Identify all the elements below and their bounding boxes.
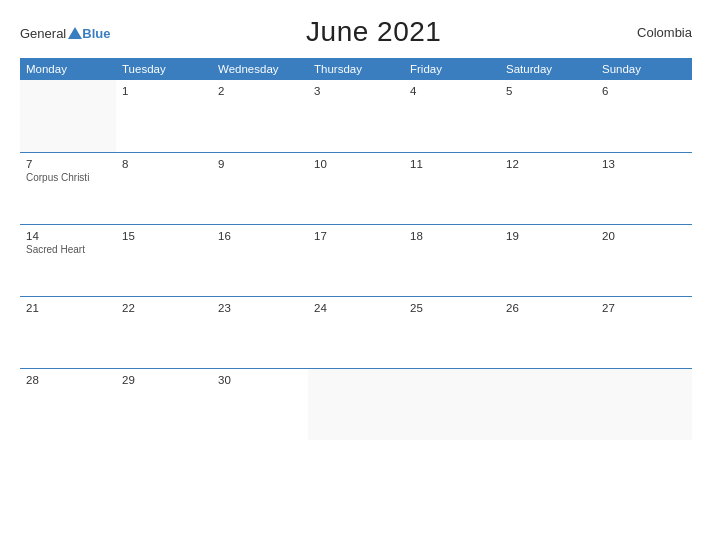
day-number: 3 bbox=[314, 85, 398, 97]
calendar-cell: 12 bbox=[500, 152, 596, 224]
calendar-cell: 4 bbox=[404, 80, 500, 152]
calendar-cell: 15 bbox=[116, 224, 212, 296]
calendar-cell: 27 bbox=[596, 296, 692, 368]
header-sunday: Sunday bbox=[596, 58, 692, 80]
day-number: 27 bbox=[602, 302, 686, 314]
day-number: 2 bbox=[218, 85, 302, 97]
page: General Blue June 2021 Colombia Monday T… bbox=[0, 0, 712, 550]
day-number: 15 bbox=[122, 230, 206, 242]
calendar-cell: 24 bbox=[308, 296, 404, 368]
calendar-cell: 28 bbox=[20, 368, 116, 440]
calendar-cell bbox=[500, 368, 596, 440]
calendar-cell: 10 bbox=[308, 152, 404, 224]
calendar-cell: 11 bbox=[404, 152, 500, 224]
day-number: 17 bbox=[314, 230, 398, 242]
day-number: 19 bbox=[506, 230, 590, 242]
calendar-cell bbox=[404, 368, 500, 440]
day-number: 6 bbox=[602, 85, 686, 97]
day-number: 14 bbox=[26, 230, 110, 242]
day-number: 5 bbox=[506, 85, 590, 97]
day-number: 13 bbox=[602, 158, 686, 170]
calendar-cell bbox=[308, 368, 404, 440]
day-number: 22 bbox=[122, 302, 206, 314]
day-number: 25 bbox=[410, 302, 494, 314]
calendar-cell: 25 bbox=[404, 296, 500, 368]
calendar-week-row: 21222324252627 bbox=[20, 296, 692, 368]
day-number: 9 bbox=[218, 158, 302, 170]
day-number: 1 bbox=[122, 85, 206, 97]
calendar-week-row: 14Sacred Heart151617181920 bbox=[20, 224, 692, 296]
calendar-title: June 2021 bbox=[306, 16, 441, 48]
calendar-cell: 26 bbox=[500, 296, 596, 368]
calendar-cell: 3 bbox=[308, 80, 404, 152]
calendar-cell: 2 bbox=[212, 80, 308, 152]
calendar-cell: 6 bbox=[596, 80, 692, 152]
day-number: 29 bbox=[122, 374, 206, 386]
header: General Blue June 2021 Colombia bbox=[20, 16, 692, 48]
day-number: 4 bbox=[410, 85, 494, 97]
calendar-week-row: 282930 bbox=[20, 368, 692, 440]
calendar-cell: 8 bbox=[116, 152, 212, 224]
calendar-cell: 20 bbox=[596, 224, 692, 296]
calendar-cell: 5 bbox=[500, 80, 596, 152]
logo: General Blue bbox=[20, 24, 110, 40]
calendar-cell: 19 bbox=[500, 224, 596, 296]
day-number: 16 bbox=[218, 230, 302, 242]
day-number: 28 bbox=[26, 374, 110, 386]
calendar-cell: 29 bbox=[116, 368, 212, 440]
calendar-cell bbox=[596, 368, 692, 440]
calendar-cell: 18 bbox=[404, 224, 500, 296]
calendar-cell bbox=[20, 80, 116, 152]
calendar-cell: 21 bbox=[20, 296, 116, 368]
logo-triangle-icon bbox=[68, 27, 82, 39]
logo-general-text: General bbox=[20, 27, 66, 40]
calendar-cell: 13 bbox=[596, 152, 692, 224]
day-number: 26 bbox=[506, 302, 590, 314]
day-number: 12 bbox=[506, 158, 590, 170]
calendar-cell: 22 bbox=[116, 296, 212, 368]
header-wednesday: Wednesday bbox=[212, 58, 308, 80]
day-number: 30 bbox=[218, 374, 302, 386]
calendar-table: Monday Tuesday Wednesday Thursday Friday… bbox=[20, 58, 692, 440]
header-friday: Friday bbox=[404, 58, 500, 80]
country-label: Colombia bbox=[637, 25, 692, 40]
day-number: 20 bbox=[602, 230, 686, 242]
calendar-cell: 9 bbox=[212, 152, 308, 224]
logo-blue-text: Blue bbox=[82, 27, 110, 40]
calendar-cell: 14Sacred Heart bbox=[20, 224, 116, 296]
day-number: 21 bbox=[26, 302, 110, 314]
calendar-cell: 23 bbox=[212, 296, 308, 368]
day-number: 11 bbox=[410, 158, 494, 170]
day-number: 10 bbox=[314, 158, 398, 170]
calendar-week-row: 123456 bbox=[20, 80, 692, 152]
weekday-header-row: Monday Tuesday Wednesday Thursday Friday… bbox=[20, 58, 692, 80]
header-tuesday: Tuesday bbox=[116, 58, 212, 80]
calendar-cell: 30 bbox=[212, 368, 308, 440]
holiday-label: Corpus Christi bbox=[26, 172, 110, 183]
day-number: 7 bbox=[26, 158, 110, 170]
header-saturday: Saturday bbox=[500, 58, 596, 80]
day-number: 18 bbox=[410, 230, 494, 242]
header-monday: Monday bbox=[20, 58, 116, 80]
calendar-cell: 16 bbox=[212, 224, 308, 296]
calendar-cell: 7Corpus Christi bbox=[20, 152, 116, 224]
calendar-cell: 1 bbox=[116, 80, 212, 152]
calendar-week-row: 7Corpus Christi8910111213 bbox=[20, 152, 692, 224]
header-thursday: Thursday bbox=[308, 58, 404, 80]
day-number: 23 bbox=[218, 302, 302, 314]
day-number: 8 bbox=[122, 158, 206, 170]
calendar-cell: 17 bbox=[308, 224, 404, 296]
day-number: 24 bbox=[314, 302, 398, 314]
holiday-label: Sacred Heart bbox=[26, 244, 110, 255]
